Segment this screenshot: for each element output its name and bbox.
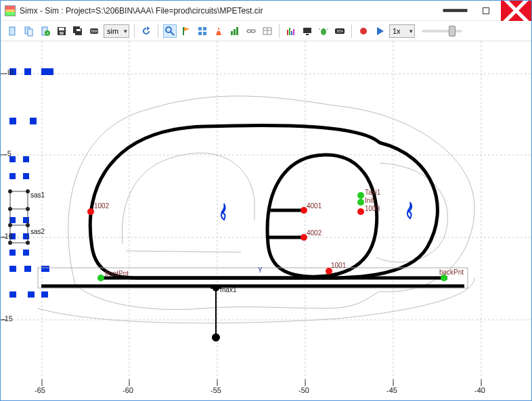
svg-rect-5 <box>28 29 32 36</box>
svg-point-115 <box>357 199 364 206</box>
plot-svg: Y <box>1 41 531 401</box>
refresh-icon[interactable] <box>139 24 153 38</box>
label-4002: 4002 <box>307 229 322 237</box>
svg-rect-77 <box>23 173 29 179</box>
svg-rect-84 <box>9 266 16 272</box>
label-1003: 1003 <box>365 205 380 212</box>
counter-icon[interactable]: 359 <box>333 24 347 38</box>
svg-point-109 <box>87 208 94 215</box>
svg-line-43 <box>319 28 320 30</box>
label-4001: 4001 <box>307 202 322 210</box>
label-sas2: sas2 <box>30 228 45 235</box>
svg-rect-70 <box>24 68 31 75</box>
svg-marker-17 <box>147 26 150 30</box>
cone-icon[interactable] <box>212 24 225 38</box>
app-icon <box>5 5 16 16</box>
sim-select[interactable]: sim <box>104 24 129 38</box>
svg-point-42 <box>321 28 326 35</box>
add-file-icon[interactable]: + <box>39 24 52 38</box>
bar-chart-icon[interactable] <box>228 24 242 38</box>
close-button[interactable] <box>501 1 531 21</box>
flag-icon[interactable] <box>179 24 193 38</box>
svg-rect-71 <box>41 68 53 75</box>
title-bar: Simx - Sim : Project=S:\206BIN\AAA\ File… <box>1 1 531 21</box>
svg-rect-37 <box>289 28 290 35</box>
y-tick-1: -5 <box>5 149 12 158</box>
x-tick-2: -55 <box>210 386 221 394</box>
svg-rect-28 <box>231 31 233 35</box>
y-tick-2: -10 <box>2 232 13 240</box>
table-icon[interactable] <box>261 24 274 38</box>
svg-marker-48 <box>377 27 384 35</box>
svg-rect-14 <box>76 29 81 31</box>
svg-point-114 <box>357 192 364 199</box>
copy-icon[interactable] <box>22 24 36 38</box>
label-1001: 1001 <box>331 262 346 269</box>
badge-icon[interactable]: SIM <box>87 24 101 38</box>
svg-rect-39 <box>293 29 294 35</box>
svg-rect-23 <box>203 27 206 30</box>
svg-rect-87 <box>9 291 16 298</box>
label-sas1: sas1 <box>30 191 45 199</box>
monitor-icon[interactable] <box>301 24 314 38</box>
svg-rect-89 <box>41 291 48 298</box>
svg-line-44 <box>327 28 328 30</box>
svg-point-96 <box>8 207 12 211</box>
x-tick-0: -65 <box>35 386 45 394</box>
svg-point-101 <box>26 241 30 245</box>
record-icon[interactable] <box>357 24 370 38</box>
speed-slider[interactable] <box>422 30 462 32</box>
minimize-button[interactable] <box>440 1 470 21</box>
save-all-icon[interactable] <box>71 24 85 38</box>
label-init: Init <box>365 197 374 204</box>
label-max1: max1 <box>220 286 236 293</box>
svg-point-100 <box>8 241 12 245</box>
svg-point-94 <box>8 189 12 193</box>
svg-rect-3 <box>9 27 15 35</box>
svg-text:+: + <box>46 31 49 36</box>
svg-point-95 <box>26 189 30 193</box>
svg-point-99 <box>26 223 30 227</box>
svg-rect-75 <box>23 156 29 162</box>
svg-rect-20 <box>183 27 184 35</box>
svg-rect-22 <box>198 27 202 30</box>
svg-text:Y: Y <box>258 266 263 274</box>
svg-rect-11 <box>60 32 64 34</box>
y-tick-0: -I0 <box>5 68 14 76</box>
svg-rect-30 <box>236 27 238 35</box>
svg-point-31 <box>247 30 251 32</box>
maximize-button[interactable] <box>470 1 501 21</box>
svg-text:SIM: SIM <box>91 29 98 33</box>
svg-rect-72 <box>9 118 16 124</box>
svg-rect-36 <box>287 30 288 35</box>
y-tick-3: -15 <box>2 314 13 323</box>
svg-point-116 <box>97 275 104 281</box>
play-icon[interactable] <box>373 24 386 38</box>
svg-rect-88 <box>28 291 35 298</box>
label-taxi1: Taxi1 <box>365 189 380 196</box>
label-1002: 1002 <box>94 202 109 210</box>
x-tick-4: -45 <box>386 386 397 394</box>
link-icon[interactable] <box>244 24 258 38</box>
svg-rect-38 <box>291 31 292 35</box>
svg-text:359: 359 <box>336 29 344 33</box>
svg-marker-21 <box>184 27 190 31</box>
svg-rect-24 <box>198 32 202 35</box>
svg-rect-40 <box>303 28 311 33</box>
canvas[interactable]: Y -I0 -5 -10 -15 -65 -60 -55 -50 -45 -40… <box>1 41 531 401</box>
grid-icon[interactable] <box>196 24 209 38</box>
svg-point-98 <box>8 223 12 227</box>
x-tick-5: -40 <box>474 386 485 394</box>
svg-rect-29 <box>234 29 236 35</box>
speed-select[interactable]: 1x <box>389 24 415 38</box>
bars-multi-icon[interactable] <box>284 24 298 38</box>
x-tick-1: -60 <box>123 386 133 394</box>
new-file-icon[interactable] <box>6 24 20 38</box>
window-title: Simx - Sim : Project=S:\206BIN\AAA\ File… <box>20 6 440 16</box>
save-icon[interactable] <box>55 24 68 38</box>
svg-point-97 <box>26 207 30 211</box>
bug-icon[interactable] <box>317 24 330 38</box>
zoom-icon[interactable] <box>163 24 177 38</box>
svg-rect-76 <box>9 173 16 179</box>
x-tick-3: -50 <box>298 386 309 394</box>
